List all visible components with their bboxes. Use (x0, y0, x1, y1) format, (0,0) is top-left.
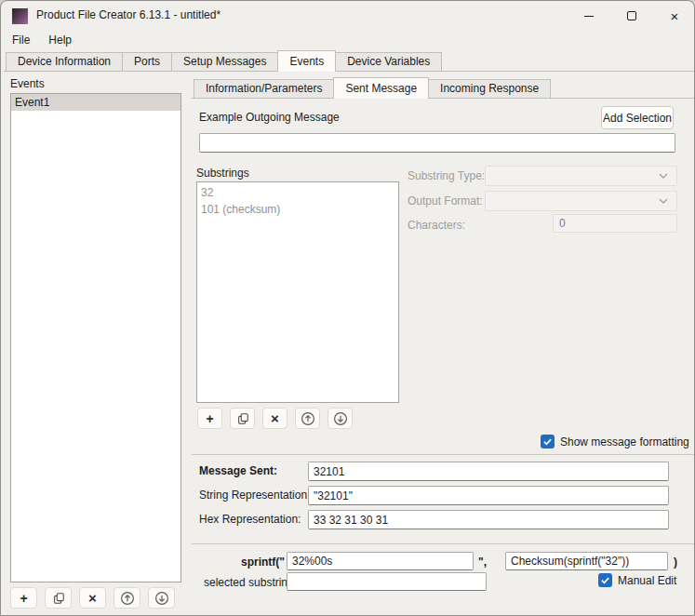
sprintf-prefix-label: sprintf(" (199, 556, 285, 569)
tab-ports[interactable]: Ports (122, 52, 172, 71)
delete-icon: × (271, 411, 279, 425)
divider (192, 543, 694, 544)
events-panel-label: Events (10, 77, 45, 90)
selected-substring-label: selected substring (204, 576, 294, 589)
copy-event-button[interactable] (45, 587, 72, 609)
app-window: Product File Creator 6.13.1 - untitled* … (0, 0, 695, 616)
tab-setup-messages[interactable]: Setup Messages (171, 52, 278, 71)
tab-events[interactable]: Events (277, 50, 336, 72)
maximize-button[interactable] (610, 1, 653, 31)
sprintf-suffix-label: ) (674, 556, 677, 569)
manual-edit-label: Manual Edit (618, 574, 676, 587)
show-message-formatting-label: Show message formatting (560, 435, 689, 449)
chevron-down-icon (658, 172, 669, 180)
tab-device-variables[interactable]: Device Variables (335, 52, 442, 71)
tab-device-information[interactable]: Device Information (6, 52, 123, 71)
maximize-icon (627, 11, 636, 20)
delete-event-button[interactable]: × (79, 587, 106, 609)
main-tab-bar: Device Information Ports Setup Messages … (4, 51, 695, 72)
chevron-down-icon (658, 197, 669, 205)
example-outgoing-message-label: Example Outgoing Message (199, 111, 340, 124)
move-substring-down-button[interactable] (327, 408, 353, 429)
menu-bar: File Help (1, 31, 695, 51)
sprintf-format-input[interactable] (287, 552, 474, 570)
app-icon (12, 8, 28, 24)
events-toolbar: + × (10, 587, 175, 609)
checkbox-checked-icon (541, 435, 555, 449)
close-button[interactable]: × (653, 1, 695, 31)
hex-representation-label: Hex Representation: (199, 513, 301, 526)
substring-type-select[interactable] (485, 166, 677, 186)
sprintf-separator-label: ", (478, 556, 487, 569)
window-title: Product File Creator 6.13.1 - untitled* (36, 8, 221, 21)
copy-substring-button[interactable] (230, 408, 255, 429)
delete-substring-button[interactable]: × (262, 408, 287, 429)
event-tab-bar: Information/Parameters Sent Message Inco… (192, 78, 695, 99)
characters-input[interactable] (553, 214, 677, 233)
copy-icon (236, 412, 249, 425)
output-format-label: Output Format: (408, 194, 483, 208)
list-item[interactable]: 32 (197, 184, 398, 201)
plus-icon: + (20, 591, 27, 606)
delete-icon: × (88, 591, 97, 605)
message-sent-label: Message Sent: (199, 464, 277, 477)
substrings-label: Substrings (196, 167, 249, 180)
list-item[interactable]: 101 (checksum) (197, 201, 398, 218)
minimize-button[interactable] (568, 1, 610, 31)
selected-substring-input[interactable] (287, 572, 487, 591)
substrings-toolbar: + × (197, 408, 353, 429)
substring-type-label: Substring Type: (408, 169, 485, 182)
example-outgoing-message-input[interactable] (199, 133, 675, 153)
tab-information-parameters[interactable]: Information/Parameters (194, 79, 334, 98)
tab-incoming-response[interactable]: Incoming Response (428, 79, 551, 98)
copy-icon (52, 592, 65, 605)
move-down-icon (333, 411, 348, 426)
characters-label: Characters: (408, 219, 465, 232)
string-representation-label: String Representation: (199, 489, 310, 502)
move-down-icon (154, 591, 169, 606)
message-sent-input[interactable] (308, 462, 669, 481)
move-up-icon (120, 591, 135, 606)
title-bar: Product File Creator 6.13.1 - untitled* … (1, 1, 695, 31)
events-list[interactable]: Event1 (10, 93, 181, 583)
add-event-button[interactable]: + (10, 587, 37, 609)
manual-edit-checkbox[interactable]: Manual Edit (598, 573, 676, 587)
close-icon: × (671, 9, 679, 23)
menu-file[interactable]: File (3, 31, 39, 51)
add-selection-button[interactable]: Add Selection (601, 106, 674, 129)
sprintf-checksum-input[interactable] (505, 552, 668, 570)
plus-icon: + (206, 411, 213, 426)
substrings-list[interactable]: 32 101 (checksum) (196, 181, 399, 403)
move-up-icon (301, 411, 315, 426)
menu-help[interactable]: Help (39, 31, 81, 51)
checkbox-checked-icon (598, 573, 612, 587)
list-item[interactable]: Event1 (11, 94, 180, 111)
move-substring-up-button[interactable] (295, 408, 320, 429)
move-event-down-button[interactable] (148, 587, 175, 609)
move-event-up-button[interactable] (114, 587, 140, 609)
string-representation-input[interactable] (308, 486, 669, 505)
add-substring-button[interactable]: + (197, 408, 222, 429)
minimize-icon (584, 16, 594, 17)
hex-representation-input[interactable] (308, 510, 669, 529)
divider (192, 454, 694, 455)
tab-sent-message[interactable]: Sent Message (333, 77, 429, 99)
show-message-formatting-checkbox[interactable]: Show message formatting (541, 435, 689, 449)
output-format-select[interactable] (485, 191, 677, 211)
